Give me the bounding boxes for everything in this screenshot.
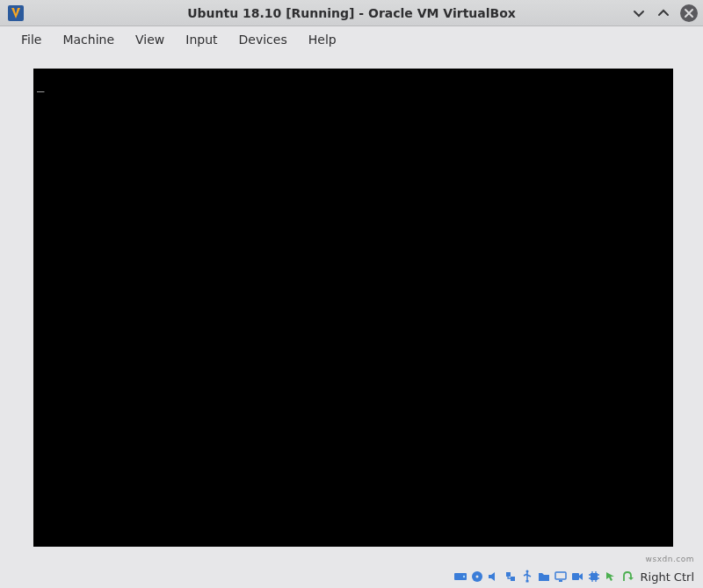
optical-disk-icon[interactable] (470, 570, 484, 584)
svg-rect-0 (8, 5, 24, 21)
svg-point-4 (475, 576, 478, 578)
svg-point-2 (462, 576, 464, 577)
window-title: Ubuntu 18.10 [Running] - Oracle VM Virtu… (0, 6, 703, 20)
shared-folder-icon[interactable] (537, 570, 551, 584)
menu-help[interactable]: Help (298, 29, 347, 50)
titlebar: Ubuntu 18.10 [Running] - Oracle VM Virtu… (0, 0, 703, 26)
hard-disk-icon[interactable] (453, 570, 467, 584)
close-button[interactable] (680, 4, 698, 22)
svg-rect-12 (591, 573, 598, 580)
host-key-indicator[interactable]: Right Ctrl (641, 570, 695, 584)
cpu-icon[interactable] (587, 570, 601, 584)
close-icon (684, 8, 694, 18)
menu-devices[interactable]: Devices (228, 29, 298, 50)
terminal-cursor: _ (37, 77, 44, 91)
svg-rect-11 (572, 573, 579, 580)
statusbar: Right Ctrl (453, 565, 699, 588)
mouse-integration-icon[interactable] (604, 570, 618, 584)
svg-rect-5 (506, 572, 511, 577)
display-icon[interactable] (554, 570, 568, 584)
titlebar-controls (631, 4, 698, 22)
vm-display[interactable]: _ (33, 69, 673, 547)
svg-point-7 (525, 570, 528, 573)
svg-rect-9 (555, 572, 566, 579)
menu-input[interactable]: Input (175, 29, 228, 50)
watermark: wsxdn.com (646, 555, 694, 563)
menu-view[interactable]: View (125, 29, 175, 50)
maximize-button[interactable] (656, 5, 671, 21)
menu-machine[interactable]: Machine (52, 29, 125, 50)
chevron-up-icon (657, 7, 670, 19)
svg-rect-8 (525, 580, 528, 583)
audio-icon[interactable] (487, 570, 501, 584)
usb-icon[interactable] (520, 570, 534, 584)
chevron-down-icon (633, 7, 645, 19)
network-icon[interactable] (504, 570, 518, 584)
virtualbox-icon (7, 4, 25, 22)
menu-file[interactable]: File (11, 29, 52, 50)
minimize-button[interactable] (631, 5, 647, 21)
svg-rect-6 (511, 577, 515, 581)
recording-icon[interactable] (570, 570, 584, 584)
menubar: File Machine View Input Devices Help (0, 26, 703, 53)
keyboard-capture-icon[interactable] (620, 570, 634, 584)
svg-rect-10 (559, 580, 562, 582)
